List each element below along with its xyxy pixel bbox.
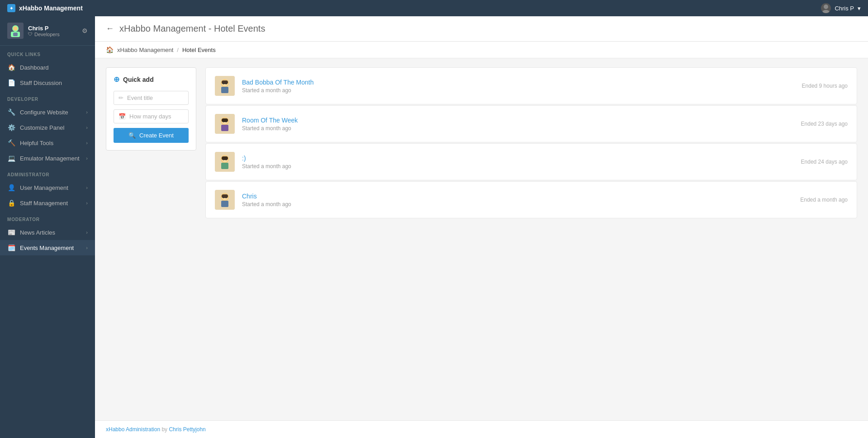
sidebar-section-developer: DEVELOPER 🔧 Configure Website › ⚙️ Custo… [0, 90, 95, 166]
section-label-developer: DEVELOPER [0, 90, 95, 104]
sidebar-label-dashboard: Dashboard [20, 64, 49, 71]
section-label-administrator: ADMINISTRATOR [0, 166, 95, 180]
sidebar-item-customize-panel[interactable]: ⚙️ Customize Panel › [0, 120, 95, 135]
event-avatar-4 [215, 190, 235, 210]
sidebar-label-helpful-tools: Helpful Tools [20, 140, 53, 146]
quick-add-header: ⊕ Quick add [114, 75, 189, 84]
home-icon: 🏠 [7, 64, 15, 71]
event-title-1[interactable]: Bad Bobba Of The Month [242, 79, 795, 86]
event-card-1: Bad Bobba Of The Month Started a month a… [205, 67, 857, 104]
page-header: ← xHabbo Management - Hotel Events [95, 16, 868, 42]
sidebar-label-emulator-management: Emulator Management [20, 155, 80, 162]
calendar-icon: 📅 [119, 113, 126, 120]
svg-rect-6 [13, 33, 18, 36]
event-info-3: :) Started a month ago [242, 155, 794, 170]
brand-label: xHabbo Management [19, 5, 83, 12]
create-event-button[interactable]: 🔍 Create Event [114, 128, 189, 143]
sidebar-section-moderator: MODERATOR 📰 News Articles › 🗓️ Events Ma… [0, 211, 95, 255]
svg-point-1 [822, 10, 830, 13]
create-event-search-icon: 🔍 [128, 132, 136, 139]
sidebar-item-emulator-management[interactable]: 💻 Emulator Management › [0, 151, 95, 166]
footer: xHabbo Administration by Chris Pettyjohn [95, 420, 868, 438]
back-button[interactable]: ← [106, 24, 114, 33]
sidebar-role-label: Developers [34, 32, 60, 37]
news-icon: 📰 [7, 229, 15, 236]
shield-icon: 🛡 [28, 32, 33, 37]
quick-add-label: Quick add [123, 76, 154, 83]
event-time-4: Ended a month ago [800, 197, 848, 203]
user-menu[interactable]: Chris P ▾ [821, 3, 861, 13]
sidebar-label-user-management: User Management [20, 184, 68, 191]
chevron-right-icon: › [86, 155, 88, 161]
top-user-chevron: ▾ [858, 5, 861, 12]
event-card-2: Room Of The Week Started a month ago End… [205, 105, 857, 142]
svg-point-20 [226, 121, 227, 122]
chevron-right-icon: › [86, 125, 88, 130]
svg-point-5 [13, 26, 18, 31]
event-time-2: Ended 23 days ago [801, 121, 848, 127]
events-list: Bad Bobba Of The Month Started a month a… [205, 67, 857, 411]
main-content: ← xHabbo Management - Hotel Events 🏠 xHa… [95, 16, 868, 438]
footer-by: by [160, 426, 169, 433]
svg-rect-32 [222, 194, 228, 198]
sidebar-item-news-articles[interactable]: 📰 News Articles › [0, 225, 95, 240]
event-avatar-1 [215, 76, 235, 96]
breadcrumb: 🏠 xHabbo Management / Hotel Events [95, 42, 868, 58]
how-many-days-field-wrapper: 📅 [114, 109, 189, 123]
tools-icon: 🔨 [7, 139, 15, 146]
sidebar-item-helpful-tools[interactable]: 🔨 Helpful Tools › [0, 135, 95, 151]
event-card-3: :) Started a month ago Ended 24 days ago [205, 143, 857, 180]
event-title-input[interactable] [127, 94, 184, 101]
event-info-4: Chris Started a month ago [242, 193, 793, 207]
event-title-4[interactable]: Chris [242, 193, 793, 200]
event-info-2: Room Of The Week Started a month ago [242, 117, 794, 132]
event-started-1: Started a month ago [242, 87, 795, 94]
sidebar-item-user-management[interactable]: 👤 User Management › [0, 180, 95, 195]
event-title-2[interactable]: Room Of The Week [242, 117, 794, 124]
sidebar-item-configure-website[interactable]: 🔧 Configure Website › [0, 104, 95, 120]
configure-icon: 🔧 [7, 108, 15, 116]
svg-point-33 [223, 197, 224, 198]
plus-icon: ⊕ [114, 75, 119, 84]
sidebar-avatar [7, 23, 24, 39]
svg-rect-18 [222, 118, 228, 122]
sidebar-item-staff-management[interactable]: 🔒 Staff Management › [0, 195, 95, 211]
svg-point-34 [226, 197, 227, 198]
event-time-3: Ended 24 days ago [801, 159, 848, 165]
event-title-field-wrapper: ✏ [114, 91, 189, 105]
create-event-label: Create Event [139, 132, 174, 139]
sidebar-label-customize-panel: Customize Panel [20, 124, 64, 131]
footer-author-link[interactable]: Chris Pettyjohn [169, 426, 205, 433]
top-navbar: ✦ xHabbo Management Chris P ▾ [0, 0, 868, 16]
emulator-icon: 💻 [7, 155, 15, 162]
svg-point-27 [226, 159, 227, 160]
user-avatar [821, 3, 831, 13]
svg-point-13 [226, 83, 227, 85]
customize-icon: ⚙️ [7, 124, 15, 131]
event-info-1: Bad Bobba Of The Month Started a month a… [242, 79, 795, 94]
discussion-icon: 📄 [7, 79, 15, 86]
sidebar-item-events-management[interactable]: 🗓️ Events Management › [0, 240, 95, 255]
sidebar-item-staff-discussion[interactable]: 📄 Staff Discussion [0, 75, 95, 90]
page-title-main: xHabbo Management [119, 24, 206, 33]
event-started-2: Started a month ago [242, 125, 794, 132]
gear-icon[interactable]: ⚙ [82, 27, 88, 34]
chevron-right-icon: › [86, 109, 88, 115]
brand: ✦ xHabbo Management [7, 4, 83, 12]
footer-link[interactable]: xHabbo Administration [106, 426, 160, 433]
sidebar-item-dashboard[interactable]: 🏠 Dashboard [0, 60, 95, 75]
chevron-right-icon: › [86, 245, 88, 250]
svg-rect-23 [221, 163, 228, 169]
breadcrumb-current: Hotel Events [182, 47, 216, 53]
content-area: ⊕ Quick add ✏ 📅 🔍 Create Event [95, 58, 868, 420]
sidebar-user-name: Chris P [28, 25, 60, 32]
sidebar-label-staff-management: Staff Management [20, 200, 68, 207]
section-label-quicklinks: QUICK LINKS [0, 46, 95, 60]
breadcrumb-root-link[interactable]: xHabbo Management [117, 47, 173, 53]
sidebar-section-quicklinks: QUICK LINKS 🏠 Dashboard 📄 Staff Discussi… [0, 46, 95, 90]
event-title-3[interactable]: :) [242, 155, 794, 162]
svg-point-0 [824, 5, 828, 9]
how-many-days-input[interactable] [129, 113, 184, 120]
chevron-right-icon: › [86, 230, 88, 235]
page-subtitle: Hotel Events [214, 24, 265, 33]
